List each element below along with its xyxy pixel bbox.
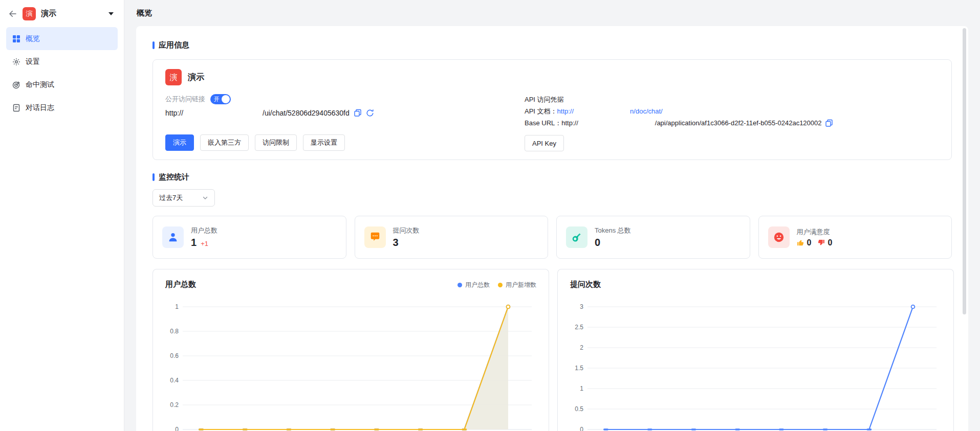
- base-url-row: Base URL： http:// /api/application/af1c3…: [525, 117, 939, 129]
- thumb-down-icon: [817, 239, 825, 246]
- dislikes-count: 0: [827, 238, 832, 247]
- chat-url-row: http:// /ui/chat/52806d29405630fd: [165, 109, 525, 117]
- sidebar-item-chat-logs[interactable]: 对话日志: [6, 96, 118, 119]
- svg-text:0.5: 0.5: [575, 405, 583, 413]
- legend-label: 用户总数: [465, 281, 490, 289]
- sidebar-header: 演 演示: [0, 0, 124, 27]
- copy-icon[interactable]: [825, 119, 833, 127]
- copy-icon[interactable]: [354, 109, 362, 117]
- sidebar-menu: 概览 设置 命中测试 对话日志: [0, 27, 124, 119]
- section-title-monitor: 监控统计: [153, 172, 952, 182]
- base-url-path: /api/application/af1c3066-d2f2-11ef-b055…: [655, 119, 822, 127]
- page-title: 概览: [137, 8, 152, 18]
- legend-item-new-users[interactable]: 用户新增数: [498, 281, 536, 289]
- stat-value: 3: [393, 237, 399, 248]
- target-icon: [12, 81, 20, 89]
- app-info-card: 演 演示 公开访问链接 开 http:// /ui/chat/5: [153, 59, 952, 160]
- toggle-knob: [222, 95, 230, 103]
- chat-bubble-icon: [364, 226, 386, 248]
- chart-legend: 用户总数 用户新增数: [458, 281, 536, 289]
- chat-url-path: /ui/chat/52806d29405630fd: [263, 109, 350, 117]
- back-arrow-icon[interactable]: [8, 9, 17, 18]
- display-settings-button[interactable]: 显示设置: [303, 134, 345, 151]
- section-title-text: 监控统计: [159, 172, 189, 182]
- thumb-up-icon: [797, 239, 804, 246]
- scrollbar-thumb[interactable]: [963, 28, 966, 314]
- svg-text:0.4: 0.4: [170, 377, 179, 384]
- app-switcher-caret-icon[interactable]: [108, 12, 114, 15]
- section-bar: [153, 173, 155, 181]
- demo-button[interactable]: 演示: [165, 134, 194, 151]
- public-access-toggle[interactable]: 开: [210, 94, 231, 104]
- legend-item-total-users[interactable]: 用户总数: [458, 281, 490, 289]
- svg-text:0: 0: [175, 426, 179, 431]
- svg-text:0.6: 0.6: [170, 352, 179, 359]
- api-credentials-label: API 访问凭据: [525, 94, 939, 105]
- base-url-label: Base URL：: [525, 119, 561, 128]
- chart-title: 提问次数: [570, 280, 941, 289]
- sidebar-app-name: 演示: [41, 9, 103, 18]
- time-range-value: 过去7天: [159, 193, 183, 202]
- sidebar-item-settings[interactable]: 设置: [6, 50, 118, 73]
- users-chart: 00.20.40.60.81: [165, 300, 536, 431]
- questions-chart-card: 提问次数 00.511.522.53: [557, 269, 954, 431]
- embed-third-party-button[interactable]: 嵌入第三方: [200, 134, 249, 151]
- stat-card-tokens: Tokens 总数 0: [556, 216, 750, 259]
- stat-card-questions: 提问次数 3: [355, 216, 549, 259]
- sidebar-item-label: 命中测试: [26, 80, 54, 89]
- stats-row: 用户总数 1 +1 提问次数 3: [153, 216, 952, 259]
- refresh-icon[interactable]: [366, 109, 374, 117]
- svg-text:0: 0: [580, 426, 583, 431]
- section-title-text: 应用信息: [159, 40, 189, 50]
- stat-value: 0: [595, 237, 600, 248]
- charts-row: 用户总数 用户总数 用户新增数 00.20.40.60.81 提问次数 00.5…: [153, 269, 952, 431]
- stat-card-total-users: 用户总数 1 +1: [153, 216, 346, 259]
- api-doc-row: API 文档： http://n/doc/chat/: [525, 105, 939, 117]
- api-doc-link-prefix: http://: [557, 107, 574, 115]
- svg-text:2.5: 2.5: [575, 324, 583, 331]
- svg-text:0.2: 0.2: [170, 401, 179, 409]
- app-avatar: 演: [165, 69, 182, 85]
- access-restriction-button[interactable]: 访问限制: [255, 134, 297, 151]
- chevron-down-icon: [202, 195, 208, 201]
- svg-text:3: 3: [580, 303, 583, 310]
- svg-text:2: 2: [580, 344, 583, 351]
- stat-label: 用户总数: [191, 226, 217, 235]
- section-bar: [153, 41, 155, 49]
- users-chart-card: 用户总数 用户总数 用户新增数 00.20.40.60.81: [153, 269, 549, 431]
- sidebar-item-overview[interactable]: 概览: [6, 27, 118, 50]
- legend-dot: [458, 283, 462, 287]
- sidebar: 演 演示 概览 设置 命中测试 对话日志: [0, 0, 124, 431]
- stat-value: 1: [191, 237, 197, 248]
- topbar: 概览: [124, 0, 980, 26]
- svg-text:1: 1: [175, 303, 179, 310]
- app-avatar-initial: 演: [170, 73, 178, 82]
- time-range-select[interactable]: 过去7天: [153, 189, 215, 207]
- app-avatar: 演: [23, 7, 36, 20]
- questions-chart: 00.511.522.53: [570, 300, 941, 431]
- key-icon: [566, 226, 587, 248]
- app-name: 演示: [188, 72, 204, 83]
- document-icon: [12, 104, 20, 112]
- api-doc-link[interactable]: http://n/doc/chat/: [557, 107, 663, 115]
- scrollbar[interactable]: [963, 28, 967, 427]
- base-url-prefix: http://: [561, 119, 578, 127]
- sidebar-item-label: 对话日志: [26, 103, 54, 112]
- svg-text:1.5: 1.5: [575, 365, 583, 372]
- sidebar-item-label: 概览: [26, 34, 40, 43]
- stat-label: Tokens 总数: [595, 226, 631, 235]
- stat-label: 用户满意度: [797, 228, 833, 237]
- svg-text:1: 1: [580, 385, 583, 392]
- public-link-label: 公开访问链接: [165, 95, 205, 104]
- legend-dot: [498, 283, 503, 287]
- smile-icon: [768, 226, 790, 248]
- stat-label: 提问次数: [393, 226, 420, 235]
- toggle-state-label: 开: [214, 96, 220, 103]
- api-doc-link-path: n/doc/chat/: [630, 107, 663, 115]
- api-doc-label: API 文档：: [525, 107, 557, 116]
- legend-label: 用户新增数: [506, 281, 536, 289]
- sidebar-item-hit-test[interactable]: 命中测试: [6, 73, 118, 96]
- stat-delta: +1: [201, 240, 208, 247]
- api-key-button[interactable]: API Key: [525, 135, 564, 151]
- chat-url-prefix: http://: [165, 109, 183, 117]
